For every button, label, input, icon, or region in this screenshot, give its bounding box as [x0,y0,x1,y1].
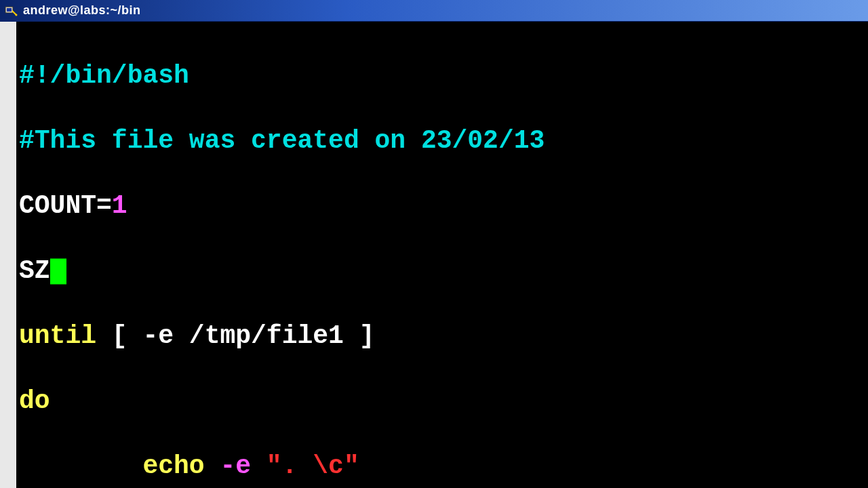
flag: -e [205,451,267,481]
number-literal: 1 [112,191,127,220]
code-line-cursor: SZ [19,255,868,287]
keyword: do [19,386,50,415]
svg-rect-1 [7,8,12,12]
text-cursor [50,258,66,284]
svg-point-3 [16,14,18,16]
code-line: #This file was created on 23/02/13 [19,125,868,157]
string-literal: ". \c" [267,451,359,481]
command: echo [142,451,204,481]
code-line: until [ -e /tmp/file1 ] [19,320,868,352]
putty-icon [4,4,18,18]
var-name: COUNT [19,191,96,220]
window-title: andrew@labs:~/bin [23,3,141,18]
equals: = [96,191,112,220]
code-line: echo -e ". \c" [19,450,868,483]
condition-text: [ -e /tmp/file1 ] [96,321,374,350]
keyword: until [19,321,96,350]
window-titlebar[interactable]: andrew@labs:~/bin [0,0,868,22]
code-line: #!/bin/bash [19,60,868,92]
comment-text: #This file was created on 23/02/13 [19,126,545,155]
code-line: do [19,385,868,418]
code-line: COUNT=1 [19,190,868,222]
comment-text: #!/bin/bash [19,61,189,90]
partial-var: SZ [19,256,50,285]
terminal-editor[interactable]: #!/bin/bash #This file was created on 23… [0,22,868,488]
